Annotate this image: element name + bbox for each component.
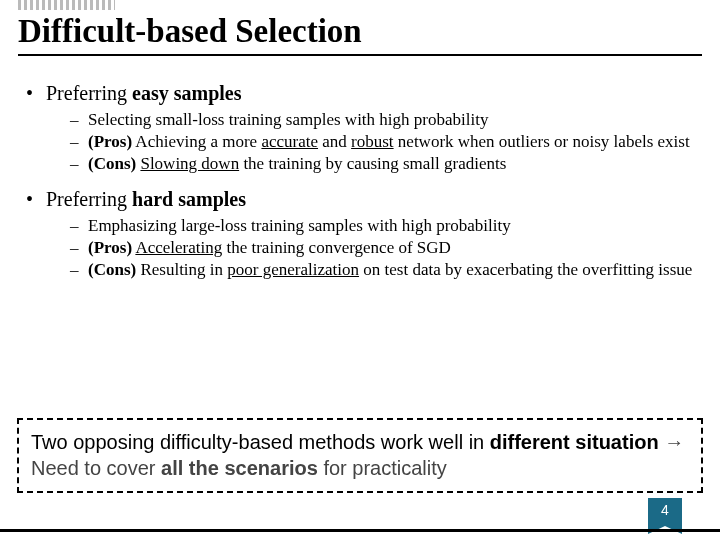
easy-item-1-text: Selecting small-loss training samples wi… bbox=[88, 110, 488, 129]
hard-item-2: –(Pros) Accelerating the training conver… bbox=[70, 237, 694, 259]
bullet-hard-bold: hard samples bbox=[132, 188, 246, 210]
u-accurate: accurate bbox=[261, 132, 318, 151]
t: and bbox=[318, 132, 351, 151]
bullet-easy-prefix: Preferring bbox=[46, 82, 132, 104]
page-number: 4 bbox=[661, 502, 669, 518]
easy-sublist: –Selecting small-loss training samples w… bbox=[70, 109, 694, 174]
u-slowing: Slowing down bbox=[140, 154, 239, 173]
header-stripe bbox=[18, 0, 115, 10]
bullet-hard: •Preferring hard samples bbox=[26, 188, 694, 211]
cons-label: (Cons) bbox=[88, 154, 140, 173]
page-number-ribbon: 4 bbox=[648, 498, 682, 526]
hard-item-1-text: Emphasizing large-loss training samples … bbox=[88, 216, 511, 235]
t: the training convergence of SGD bbox=[222, 238, 451, 257]
t: on test data by exacerbating the overfit… bbox=[359, 260, 692, 279]
t: the training by causing small gradients bbox=[239, 154, 506, 173]
hard-item-1: –Emphasizing large-loss training samples… bbox=[70, 215, 694, 237]
t: Achieving a more bbox=[132, 132, 261, 151]
callout-box: Two opposing difficulty-based methods wo… bbox=[17, 418, 703, 493]
u-accelerating: Accelerating bbox=[135, 238, 222, 257]
pros-label-2: (Pros) bbox=[88, 238, 132, 257]
u-robust: robust bbox=[351, 132, 394, 151]
callout-b2: all the scenarios bbox=[161, 457, 318, 479]
hard-item-3: –(Cons) Resulting in poor generalization… bbox=[70, 259, 694, 281]
easy-item-2: –(Pros) Achieving a more accurate and ro… bbox=[70, 131, 694, 153]
t: Resulting in bbox=[136, 260, 227, 279]
slide-body: •Preferring easy samples –Selecting smal… bbox=[26, 78, 694, 295]
t: network when outliers or noisy labels ex… bbox=[394, 132, 690, 151]
callout-b1: different situation bbox=[490, 431, 659, 453]
hard-sublist: –Emphasizing large-loss training samples… bbox=[70, 215, 694, 280]
pros-label: (Pros) bbox=[88, 132, 132, 151]
bullet-hard-prefix: Preferring bbox=[46, 188, 132, 210]
callout-t1: Two opposing difficulty-based methods wo… bbox=[31, 431, 490, 453]
bullet-easy: •Preferring easy samples bbox=[26, 82, 694, 105]
easy-item-1: –Selecting small-loss training samples w… bbox=[70, 109, 694, 131]
footer-rule bbox=[0, 529, 720, 532]
bullet-easy-bold: easy samples bbox=[132, 82, 241, 104]
cons-label-2: (Cons) bbox=[88, 260, 136, 279]
u-poor-gen: poor generalization bbox=[227, 260, 359, 279]
easy-item-3: –(Cons) Slowing down the training by cau… bbox=[70, 153, 694, 175]
callout-t3: for practicality bbox=[318, 457, 447, 479]
slide-title: Difficult-based Selection bbox=[18, 14, 702, 56]
